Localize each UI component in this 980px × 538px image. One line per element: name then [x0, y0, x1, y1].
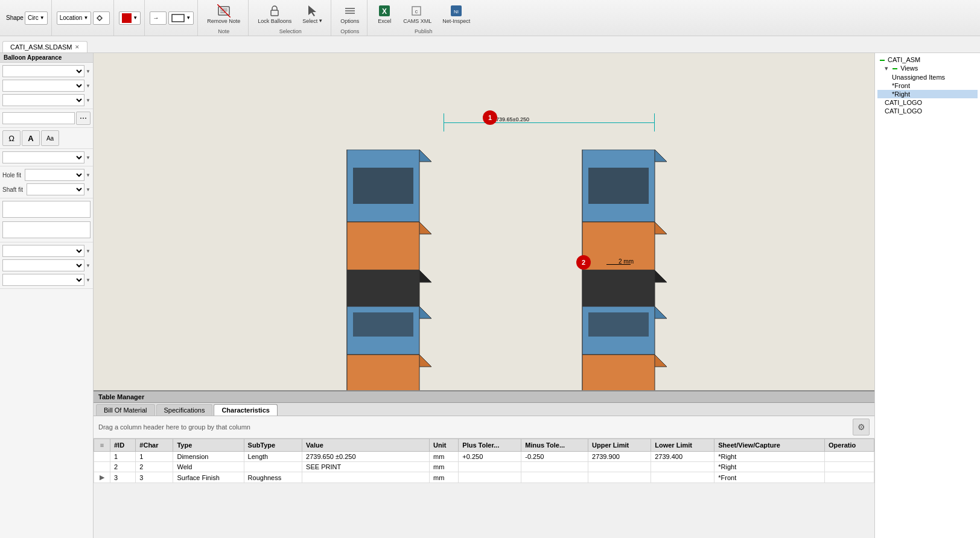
table-row[interactable]: 2 2 Weld SEE PRINT mm *Right [94, 462, 874, 472]
row-type: Weld [173, 462, 244, 472]
tree-logo2[interactable]: CATI_LOGO [877, 107, 978, 115]
col-sheet[interactable]: Sheet/View/Capture [714, 439, 825, 452]
sidebar-textarea-1[interactable] [2, 201, 91, 218]
dim-horiz-line [444, 122, 655, 123]
frame-select[interactable]: ▼ [168, 11, 194, 25]
sidebar-select-1[interactable] [2, 65, 84, 77]
row-lower: 2739.400 [651, 452, 714, 462]
sidebar-row-2: ▼ [0, 78, 93, 93]
options-button[interactable]: Options [336, 2, 363, 26]
sidebar-select-5[interactable] [2, 245, 84, 257]
browse-icon: ⋯ [80, 114, 87, 122]
special-chars-section: Ω A Aa [0, 128, 93, 149]
color-swatch [122, 13, 132, 23]
row-value: 2739.650 ±0.250 [302, 452, 430, 462]
col-type[interactable]: Type [173, 439, 244, 452]
tree-views[interactable]: ▾ Views [877, 64, 978, 73]
shape-control: Shape Circ ▼ [6, 11, 48, 25]
sidebar-text-input[interactable] [2, 112, 75, 124]
col-char[interactable]: #Char [136, 439, 173, 452]
col-upper[interactable]: Upper Limit [588, 439, 651, 452]
tree-right[interactable]: *Right [877, 90, 978, 98]
net-inspect-label: Net-Inspect [442, 18, 470, 24]
row-char: 2 [136, 462, 173, 472]
omega-button[interactable]: Ω [2, 130, 21, 146]
svg-marker-33 [353, 312, 413, 337]
row-id: 2 [110, 462, 136, 472]
frame-icon [171, 14, 185, 22]
cams-icon: c [410, 4, 425, 18]
table-wrapper[interactable]: ≡ #ID #Char Type SubType Value Unit Plus… [94, 438, 874, 538]
hole-fit-label: Hole fit [2, 172, 21, 179]
tab-bill-of-material[interactable]: Bill Of Material [96, 404, 155, 416]
col-minus-tol[interactable]: Minus Tole... [521, 439, 588, 452]
location-label: Location [60, 14, 83, 21]
tree-unassigned[interactable]: Unassigned Items [877, 73, 978, 81]
sidebar-textarea-2[interactable] [2, 221, 91, 238]
document-tab[interactable]: CATI_ASM.SLDASM ✕ [2, 41, 88, 52]
table-row[interactable]: ▶ 3 3 Surface Finish Roughness mm *Front [94, 472, 874, 483]
hole-fit-select[interactable] [25, 169, 84, 181]
row-type: Surface Finish [173, 472, 244, 483]
tree-logo1[interactable]: CATI_LOGO [877, 98, 978, 107]
sidebar-select-4[interactable] [2, 151, 84, 163]
sidebar-chevron-4: ▼ [86, 155, 91, 160]
row-unit: mm [429, 472, 458, 483]
svg-marker-42 [582, 270, 655, 306]
lock-balloons-button[interactable]: Lock Balloons [253, 2, 296, 26]
sidebar-select-3[interactable] [2, 94, 84, 106]
table-row[interactable]: 1 1 Dimension Length 2739.650 ±0.250 mm … [94, 452, 874, 462]
col-subtype[interactable]: SubType [244, 439, 302, 452]
net-inspect-button[interactable]: NI Net-Inspect [438, 2, 474, 26]
color-select[interactable]: ▼ [119, 11, 141, 25]
shaft-fit-select[interactable] [27, 183, 84, 195]
col-unit[interactable]: Unit [429, 439, 458, 452]
options-group-label: Options [340, 28, 359, 34]
col-id[interactable]: #ID [110, 439, 136, 452]
select-button[interactable]: Select ▼ [298, 2, 327, 26]
special-chars-row: Ω A Aa [0, 129, 93, 147]
col-value[interactable]: Value [302, 439, 430, 452]
sidebar-row-1: ▼ [0, 64, 93, 78]
svg-marker-25 [347, 270, 419, 306]
arrow-select[interactable]: → [150, 11, 167, 25]
col-lower[interactable]: Lower Limit [651, 439, 714, 452]
row-subtype [244, 462, 302, 472]
row-upper [588, 472, 651, 483]
svg-marker-32 [353, 168, 413, 204]
sidebar-select-7[interactable] [2, 274, 84, 286]
tab-characteristics[interactable]: Characteristics [214, 404, 278, 416]
text-aa-icon: Aa [46, 135, 54, 142]
lock-balloons-label: Lock Balloons [258, 18, 291, 24]
omega-icon: Ω [8, 134, 14, 143]
shaft-fit-row: Shaft fit ▼ [0, 182, 93, 197]
col-oper[interactable]: Operatio [825, 439, 874, 452]
select-icon [305, 4, 320, 18]
col-plus-tol[interactable]: Plus Toler... [459, 439, 521, 452]
location-select[interactable]: Location ▼ [57, 11, 92, 25]
sidebar-bottom-dropdowns: ▼ ▼ ▼ [0, 242, 93, 289]
sidebar-browse-btn[interactable]: ⋯ [76, 112, 91, 125]
svg-marker-48 [582, 355, 655, 390]
excel-button[interactable]: X Excel [372, 2, 396, 26]
tree-root[interactable]: CATI_ASM [877, 55, 978, 64]
svg-text:c: c [415, 8, 418, 14]
sidebar-select-6[interactable] [2, 259, 84, 271]
viewport[interactable]: 2739.65±0.250 1 [94, 53, 874, 390]
sidebar-row-7: ▼ [0, 273, 93, 287]
sidebar-select-2[interactable] [2, 80, 84, 92]
shape-select[interactable]: Circ ▼ [25, 11, 48, 25]
expand-icon[interactable]: ▶ [100, 473, 104, 481]
document-tab-name: CATI_ASM.SLDASM [10, 43, 72, 51]
shape-icon-select[interactable] [93, 11, 110, 25]
remove-note-button[interactable]: Remove Note [203, 2, 244, 26]
tree-front[interactable]: *Front [877, 81, 978, 90]
row-unit: mm [429, 462, 458, 472]
tab-specifications[interactable]: Specifications [156, 404, 213, 416]
table-settings-button[interactable]: ⚙ [853, 419, 870, 435]
arrow-icon: → [153, 14, 159, 21]
text-format-btn2[interactable]: Aa [41, 130, 59, 146]
close-tab-icon[interactable]: ✕ [75, 44, 80, 50]
cams-xml-button[interactable]: c CAMS XML [399, 2, 436, 26]
text-format-btn[interactable]: A [22, 130, 40, 146]
